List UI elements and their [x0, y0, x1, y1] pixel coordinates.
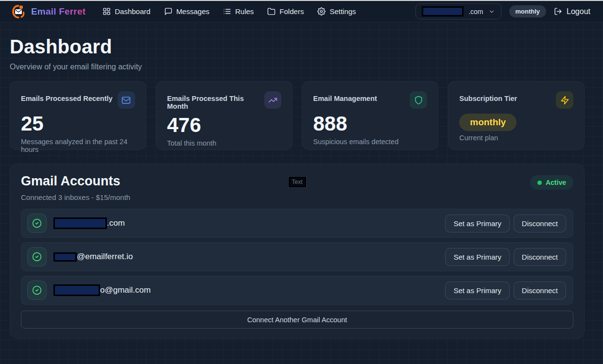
- stat-card-emails-recent: Emails Processed Recently 25 Messages an…: [10, 81, 146, 150]
- check-circle-icon: [27, 281, 47, 300]
- redacted-text-placeholder: Text: [288, 177, 306, 187]
- nav-item-label: Dashboard: [115, 7, 150, 16]
- check-circle-icon: [27, 247, 47, 266]
- set-primary-button[interactable]: Set as Primary: [445, 281, 509, 299]
- gear-icon: [317, 7, 326, 16]
- disconnect-button[interactable]: Disconnect: [514, 281, 566, 299]
- connect-another-gmail-button[interactable]: Connect Another Gmail Account: [21, 311, 573, 329]
- account-row: @emailferret.io Set as Primary Disconnec…: [21, 242, 573, 271]
- page-subtitle: Overview of your email filtering activit…: [10, 63, 585, 71]
- stat-label: Emails Processed This Month: [167, 91, 264, 110]
- nav-item-settings[interactable]: Settings: [312, 4, 361, 19]
- stats-row: Emails Processed Recently 25 Messages an…: [10, 81, 585, 150]
- redacted-email-user: [53, 217, 107, 229]
- stat-value: 476: [167, 114, 281, 136]
- stat-label: Subscription Tier: [459, 91, 517, 102]
- account-email: .com: [53, 217, 125, 229]
- nav-right: .com monthly Logout: [415, 3, 590, 19]
- account-email: @emailferret.io: [53, 252, 133, 262]
- stat-iconbox: [264, 91, 281, 109]
- redacted-email-user: [53, 252, 77, 262]
- nav-item-label: Settings: [329, 7, 356, 16]
- gmail-accounts-header: Gmail Accounts Text Active: [21, 174, 573, 190]
- set-primary-button[interactable]: Set as Primary: [445, 248, 509, 266]
- email-suffix: o@gmail.com: [100, 285, 151, 295]
- top-nav: Email Ferret Dashboard Messages Rules Fo…: [0, 1, 603, 22]
- nav-item-label: Folders: [279, 7, 304, 16]
- folder-icon: [267, 7, 276, 16]
- tier-badge: monthly: [459, 114, 517, 131]
- email-suffix: @emailferret.io: [77, 252, 133, 262]
- stat-card-subscription-tier: Subscription Tier monthly Current plan: [448, 81, 585, 150]
- row-actions: Set as Primary Disconnect: [445, 215, 566, 232]
- account-row: o@gmail.com Set as Primary Disconnect: [21, 276, 573, 305]
- redacted-account-name: [422, 6, 464, 17]
- page-title: Dashboard: [10, 36, 585, 58]
- stat-iconbox: [556, 91, 573, 109]
- stat-iconbox: [118, 91, 135, 109]
- disconnect-button[interactable]: Disconnect: [514, 248, 566, 266]
- status-badge-label: Active: [546, 179, 566, 186]
- logout-button[interactable]: Logout: [554, 7, 590, 16]
- ferret-envelope-logo: [11, 4, 26, 19]
- plan-badge: monthly: [509, 5, 547, 17]
- logout-label: Logout: [567, 7, 590, 16]
- account-rows: .com Set as Primary Disconnect @emailfer…: [21, 209, 573, 305]
- gmail-accounts-subtitle: Connected 3 inboxes - $15/month: [21, 193, 573, 201]
- shield-icon: [414, 96, 423, 105]
- account-selector-dropdown[interactable]: .com: [415, 3, 501, 19]
- stat-caption: Suspicious emails detected: [313, 138, 428, 146]
- account-email: o@gmail.com: [53, 284, 151, 296]
- stat-label: Email Management: [313, 91, 377, 102]
- trending-up-icon: [268, 96, 277, 105]
- stat-card-email-management: Email Management 888 Suspicious emails d…: [302, 81, 439, 150]
- nav-item-dashboard[interactable]: Dashboard: [97, 4, 155, 19]
- logout-icon: [554, 7, 562, 16]
- nav-item-label: Rules: [235, 7, 254, 16]
- gmail-accounts-title: Gmail Accounts: [21, 174, 121, 189]
- email-suffix: .com: [107, 218, 125, 228]
- disconnect-button[interactable]: Disconnect: [514, 215, 566, 232]
- mail-icon: [121, 96, 131, 105]
- status-badge: Active: [530, 175, 573, 190]
- account-domain-suffix: .com: [468, 8, 483, 16]
- stat-value: 888: [313, 113, 428, 135]
- nav-item-messages[interactable]: Messages: [159, 4, 215, 19]
- nav-items: Dashboard Messages Rules Folders Setting…: [97, 4, 361, 19]
- set-primary-button[interactable]: Set as Primary: [445, 215, 509, 232]
- redacted-email-user: [53, 284, 100, 296]
- row-actions: Set as Primary Disconnect: [445, 281, 566, 299]
- row-actions: Set as Primary Disconnect: [445, 248, 566, 266]
- nav-item-rules[interactable]: Rules: [218, 4, 259, 19]
- stat-caption: Current plan: [459, 134, 573, 142]
- list-icon: [223, 7, 231, 16]
- grid-icon: [103, 7, 111, 16]
- stat-value: 25: [21, 113, 135, 135]
- brand[interactable]: Email Ferret: [11, 4, 86, 19]
- brand-name: Email Ferret: [31, 6, 86, 17]
- status-dot-icon: [537, 181, 542, 185]
- stat-label: Emails Processed Recently: [21, 91, 113, 102]
- nav-item-folders[interactable]: Folders: [262, 4, 309, 19]
- nav-item-label: Messages: [176, 7, 209, 16]
- bolt-icon: [560, 96, 569, 105]
- stat-card-emails-month: Emails Processed This Month 476 Total th…: [156, 81, 293, 150]
- gmail-accounts-panel: Gmail Accounts Text Active Connected 3 i…: [10, 164, 585, 339]
- message-icon: [164, 7, 172, 16]
- account-row: .com Set as Primary Disconnect: [21, 209, 573, 238]
- stat-caption: Messages analyzed in the past 24 hours: [21, 138, 135, 153]
- stat-iconbox: [410, 91, 427, 109]
- page-header: Dashboard Overview of your email filteri…: [10, 22, 585, 81]
- check-circle-icon: [27, 214, 47, 233]
- stat-caption: Total this month: [167, 139, 281, 147]
- chevron-down-icon: [488, 8, 495, 15]
